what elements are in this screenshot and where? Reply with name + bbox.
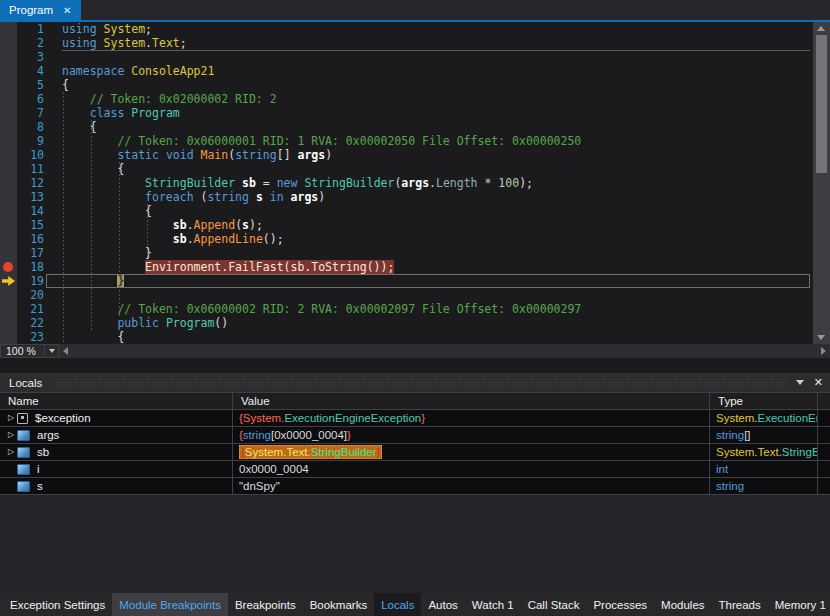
tab-program[interactable]: Program ✕ (0, 0, 81, 20)
value-cell[interactable]: {System.Text.StringBuilder} (233, 444, 710, 461)
code-line-17[interactable]: 17 } (0, 246, 813, 260)
code-token: sb (173, 232, 187, 246)
expander-icon[interactable]: ▷ (5, 410, 17, 426)
code-token: sb (242, 176, 256, 190)
code-line-3[interactable]: 3 (0, 50, 813, 64)
code-editor[interactable]: 1using System;2using System.Text;34names… (0, 22, 830, 344)
expander-icon[interactable]: ▷ (5, 444, 17, 460)
tool-tab-processes[interactable]: Processes (586, 593, 654, 616)
locals-header-row: Name Value Type (0, 392, 830, 410)
line-number: 20 (0, 288, 44, 302)
expander-icon[interactable]: ▷ (5, 427, 17, 443)
code-token: "dnSpy" (239, 480, 280, 492)
locals-row-sb[interactable]: ▷sb{System.Text.StringBuilder}System.Tex… (0, 444, 830, 461)
locals-panel-titlebar[interactable]: Locals ✕ (0, 373, 830, 392)
column-header-name[interactable]: Name (0, 393, 233, 410)
code-line-10[interactable]: 10 static void Main(string[] args) (0, 148, 813, 162)
zoom-dropdown-button[interactable] (44, 345, 58, 357)
code-token: string (716, 480, 744, 492)
code-token: { (62, 78, 69, 92)
code-line-19[interactable]: 19 } (0, 274, 813, 288)
name-cell[interactable]: ▷args (0, 427, 233, 444)
tool-tab-module-breakpoints[interactable]: Module Breakpoints (112, 593, 228, 616)
tool-tab-exception-settings[interactable]: Exception Settings (3, 593, 112, 616)
variable-name: s (37, 478, 43, 494)
locals-row-args[interactable]: ▷args{string[0x0000_0004]}string[] (0, 427, 830, 444)
vertical-scrollbar-thumb[interactable] (816, 35, 827, 173)
column-header-value[interactable]: Value (233, 393, 710, 410)
code-line-18[interactable]: 18 Environment.FailFast(sb.ToString()); (0, 260, 813, 274)
code-token: string (235, 148, 277, 162)
tool-tab-modules[interactable]: Modules (654, 593, 711, 616)
tool-window-tabbar: Exception SettingsModule BreakpointsBrea… (0, 593, 830, 616)
scroll-down-icon[interactable] (817, 335, 825, 340)
tool-tab-memory-1[interactable]: Memory 1 (768, 593, 830, 616)
code-line-13[interactable]: 13 foreach (string s in args) (0, 190, 813, 204)
line-number: 10 (0, 148, 44, 162)
local-variable-icon (17, 430, 30, 441)
close-icon[interactable]: ✕ (814, 373, 823, 392)
breakpoint-icon[interactable] (3, 262, 13, 272)
code-line-9[interactable]: 9 // Token: 0x06000001 RID: 1 RVA: 0x000… (0, 134, 813, 148)
name-cell[interactable]: s (0, 478, 233, 495)
panel-splitter[interactable] (0, 358, 830, 373)
value-cell[interactable]: "dnSpy" (233, 478, 710, 495)
tool-tab-bookmarks[interactable]: Bookmarks (303, 593, 375, 616)
zoom-level-combo[interactable]: 100 % (0, 344, 59, 358)
code-line-16[interactable]: 16 sb.AppendLine(); (0, 232, 813, 246)
code-line-5[interactable]: 5{ (0, 78, 813, 92)
code-line-15[interactable]: 15 sb.Append(s); (0, 218, 813, 232)
code-token: // Token: 0x06000002 RID: 2 RVA: 0x00002… (117, 302, 581, 316)
value-cell[interactable]: {string[0x0000_0004]} (233, 427, 710, 444)
value-cell[interactable]: 0x0000_0004 (233, 461, 710, 478)
code-line-20[interactable]: 20 (0, 288, 813, 302)
code-token: args (291, 190, 319, 204)
scroll-right-icon[interactable] (821, 347, 826, 355)
line-number: 5 (0, 78, 44, 92)
code-line-22[interactable]: 22 public Program() (0, 316, 813, 330)
extra-cell (818, 410, 830, 427)
vertical-scrollbar[interactable] (813, 22, 830, 344)
code-text: foreach (string s in args) (44, 190, 813, 204)
code-line-21[interactable]: 21 // Token: 0x06000002 RID: 2 RVA: 0x00… (0, 302, 813, 316)
code-line-7[interactable]: 7 class Program (0, 106, 813, 120)
code-token (62, 232, 173, 246)
name-cell[interactable]: ▷$exception (0, 410, 233, 427)
tool-tab-breakpoints[interactable]: Breakpoints (228, 593, 303, 616)
code-line-23[interactable]: 23 { (0, 330, 813, 344)
code-line-6[interactable]: 6 // Token: 0x02000002 RID: 2 (0, 92, 813, 106)
tool-tab-autos[interactable]: Autos (421, 593, 464, 616)
tool-tab-locals[interactable]: Locals (374, 593, 421, 616)
code-line-12[interactable]: 12 StringBuilder sb = new StringBuilder(… (0, 176, 813, 190)
code-line-14[interactable]: 14 { (0, 204, 813, 218)
tool-tab-watch-1[interactable]: Watch 1 (465, 593, 521, 616)
scroll-up-icon[interactable] (817, 26, 825, 31)
value-cell[interactable]: {System.ExecutionEngineException} (233, 410, 710, 427)
code-text: } (44, 274, 813, 288)
code-line-11[interactable]: 11 { (0, 162, 813, 176)
code-token: { (62, 330, 124, 344)
scroll-left-icon[interactable] (63, 347, 68, 355)
line-number: 11 (0, 162, 44, 176)
tool-tab-call-stack[interactable]: Call Stack (521, 593, 587, 616)
code-token: . (187, 232, 194, 246)
name-cell[interactable]: i (0, 461, 233, 478)
horizontal-scrollbar[interactable] (59, 344, 830, 358)
chevron-down-icon (49, 349, 55, 353)
locals-rows: ▷$exception{System.ExecutionEngineExcept… (0, 410, 830, 495)
locals-row-exception[interactable]: ▷$exception{System.ExecutionEngineExcept… (0, 410, 830, 427)
name-cell[interactable]: ▷sb (0, 444, 233, 461)
tool-tab-threads[interactable]: Threads (712, 593, 768, 616)
column-header-type[interactable]: Type (710, 393, 818, 410)
code-token (159, 316, 166, 330)
code-line-4[interactable]: 4namespace ConsoleApp21 (0, 64, 813, 78)
code-text: sb.AppendLine(); (44, 232, 813, 246)
code-line-1[interactable]: 1using System; (0, 22, 813, 36)
close-icon[interactable]: ✕ (63, 5, 71, 16)
locals-row-s[interactable]: s"dnSpy"string (0, 478, 830, 495)
code-line-2[interactable]: 2using System.Text; (0, 36, 813, 50)
code-line-8[interactable]: 8 { (0, 120, 813, 134)
window-position-icon[interactable] (796, 380, 804, 385)
code-text: // Token: 0x06000002 RID: 2 RVA: 0x00002… (44, 302, 813, 316)
locals-row-i[interactable]: i0x0000_0004int (0, 461, 830, 478)
